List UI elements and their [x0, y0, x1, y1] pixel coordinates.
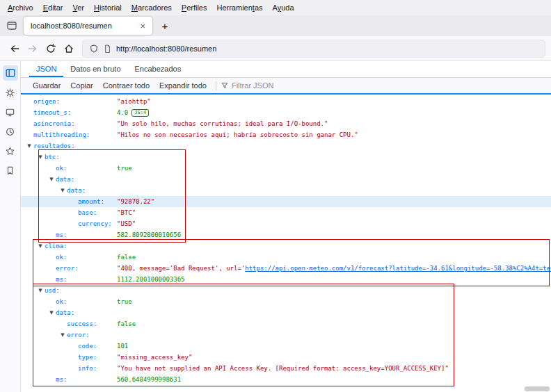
toolbar-button-copiar[interactable]: Copiar [65, 80, 97, 91]
json-key: error: [67, 332, 117, 338]
json-key: origen: [33, 98, 117, 105]
json-key: data: [56, 176, 117, 183]
sidebar-strip [0, 61, 21, 392]
json-row-error[interactable]: error:"400, message='Bad Request', url='… [21, 263, 551, 274]
reload-button[interactable] [42, 40, 60, 58]
json-row-resultados[interactable]: ▼resultados: [21, 140, 551, 152]
json-row-usd[interactable]: ▼usd: [21, 285, 551, 296]
json-key: ms: [56, 231, 117, 238]
expand-arrow-icon[interactable]: ▼ [58, 188, 67, 193]
menu-ver[interactable]: Ver [67, 1, 89, 14]
json-row-code[interactable]: code:101 [21, 341, 551, 352]
sidebar-toggle-icon[interactable] [3, 65, 18, 81]
json-value: true [117, 298, 132, 305]
menu-historial[interactable]: Historial [89, 1, 127, 14]
json-value: 101 [117, 343, 128, 350]
tracking-shield-icon[interactable] [89, 44, 99, 54]
navigation-bar: http://localhost:8080/resumen [0, 36, 551, 61]
json-row-info[interactable]: info:"You have not supplied an API Acces… [21, 363, 551, 374]
viewer-tab-datos-en-bruto[interactable]: Datos en bruto [63, 61, 127, 77]
json-row-ok[interactable]: ok:true [21, 163, 551, 174]
menu-perfiles[interactable]: Perfiles [177, 1, 212, 14]
json-key: data: [67, 187, 117, 194]
json-row-currency[interactable]: currency:"USD" [21, 218, 551, 229]
json-key: error: [56, 265, 117, 272]
json-row-btc[interactable]: ▼btc: [21, 152, 551, 163]
json-key: amount: [78, 198, 117, 205]
viewer-tab-encabezados[interactable]: Encabezados [128, 61, 189, 77]
json-key: ms: [56, 276, 117, 283]
json-value: "You have not supplied an API Access Key… [117, 365, 449, 372]
menu-archivo[interactable]: Archivo [3, 1, 38, 14]
expand-arrow-icon[interactable]: ▼ [25, 143, 33, 149]
json-row-ms[interactable]: ms:582.8092000010656 [21, 229, 551, 240]
json-key: data: [56, 309, 117, 316]
url-text[interactable]: http://localhost:8080/resumen [116, 44, 216, 53]
toolbar-button-guardar[interactable]: Guardar [28, 80, 65, 91]
viewer-toolbar: GuardarCopiarContraer todoExpandir todo [21, 78, 551, 95]
expand-arrow-icon[interactable]: ▼ [36, 288, 45, 293]
filter-funnel-icon [221, 81, 229, 90]
json-row-amount[interactable]: amount:"92870.22" [21, 196, 551, 207]
reading-list-bookmark-icon[interactable] [3, 163, 18, 178]
json-row-data[interactable]: ▼data: [21, 185, 551, 196]
toolbar-buttons: GuardarCopiarContraer todoExpandir todo [28, 80, 211, 91]
json-key: code: [78, 343, 117, 350]
json-viewer: JSONDatos en brutoEncabezados GuardarCop… [21, 61, 551, 392]
firefox-view-icon[interactable] [3, 17, 21, 34]
bookmarks-star-icon[interactable] [3, 143, 18, 158]
tab-close-icon[interactable]: × [137, 21, 148, 31]
history-clock-icon[interactable] [3, 124, 18, 139]
json-value: 4.0 [117, 109, 128, 116]
json-row-ok[interactable]: ok:true [21, 296, 551, 307]
json-key: usd: [45, 287, 117, 294]
json-value: "missing_access_key" [117, 354, 192, 361]
back-button[interactable] [6, 40, 24, 58]
json-row-error[interactable]: ▼error: [21, 329, 551, 341]
expand-arrow-icon[interactable]: ▼ [47, 310, 56, 316]
menu-herramientas[interactable]: Herramientas [211, 1, 267, 14]
json-row-success[interactable]: success:false [21, 318, 551, 329]
json-key: currency: [78, 220, 117, 227]
toolbar-button-contraer-todo[interactable]: Contraer todo [98, 80, 154, 91]
menu-marcadores[interactable]: Marcadores [127, 1, 177, 14]
menu-ayuda[interactable]: Ayuda [268, 1, 299, 14]
json-row-ms[interactable]: ms:560.6404999998631 [21, 374, 551, 385]
json-row-timeout_s[interactable]: timeout_s:4.0JS:4 [21, 107, 551, 118]
settings-gear-icon[interactable] [3, 85, 18, 100]
json-row-data[interactable]: ▼data: [21, 174, 551, 185]
json-row-ok[interactable]: ok:false [21, 252, 551, 263]
toolbar-button-expandir-todo[interactable]: Expandir todo [154, 80, 211, 91]
json-value: "92870.22" [117, 198, 154, 205]
json-row-origen[interactable]: origen:"aiohttp" [21, 96, 551, 107]
viewer-tab-json[interactable]: JSON [29, 61, 63, 77]
menu-editar[interactable]: Editar [38, 1, 68, 14]
json-row-asincronia[interactable]: asincronia:"Un solo hilo, muchas corruti… [21, 118, 551, 129]
filter-json-input[interactable] [232, 81, 308, 90]
error-url-link[interactable]: https://api.open-meteo.com/v1/forecast?l… [245, 265, 551, 272]
json-row-base[interactable]: base:"BTC" [21, 207, 551, 218]
json-value: "400, message='Bad Request', url='https:… [117, 265, 551, 272]
home-button[interactable] [60, 40, 78, 58]
url-bar[interactable]: http://localhost:8080/resumen [82, 40, 545, 58]
expand-arrow-icon[interactable]: ▼ [36, 243, 45, 249]
json-row-ms[interactable]: ms:1112.2001000003365 [21, 274, 551, 285]
json-key: ms: [56, 376, 117, 383]
new-tab-button[interactable]: + [157, 17, 173, 34]
json-row-type[interactable]: type:"missing_access_key" [21, 352, 551, 363]
json-row-data[interactable]: ▼data: [21, 307, 551, 318]
expand-arrow-icon[interactable]: ▼ [58, 332, 67, 338]
browser-tab[interactable]: localhost:8080/resumen × [24, 17, 152, 35]
scrollbar-corner[interactable] [525, 386, 550, 391]
synced-tabs-icon[interactable] [3, 104, 18, 120]
json-row-multithreading[interactable]: multithreading:"Hilos no son necesarios … [21, 129, 551, 140]
json-value: "BTC" [117, 209, 136, 216]
expand-arrow-icon[interactable]: ▼ [47, 177, 56, 182]
forward-button[interactable] [24, 40, 42, 58]
site-identity-icon[interactable] [103, 44, 112, 53]
json-value: false [117, 254, 136, 261]
json-value-part: "400, message='Bad Request', url=' [117, 265, 245, 272]
expand-arrow-icon[interactable]: ▼ [36, 154, 45, 160]
json-row-clima[interactable]: ▼clima: [21, 240, 551, 252]
json-key: success: [67, 320, 117, 327]
